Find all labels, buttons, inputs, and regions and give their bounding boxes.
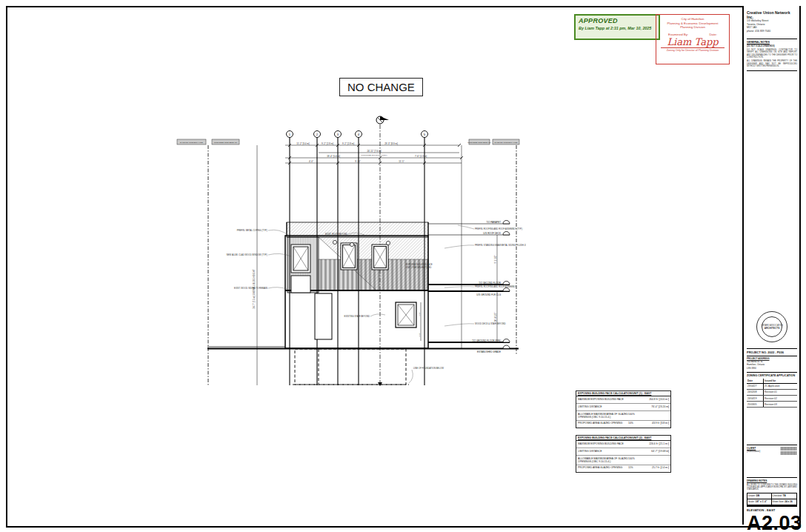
general-notes-heading: GENERAL NOTES xyxy=(747,41,797,44)
dim-text: 9'-2" [2.8 m] xyxy=(322,142,333,145)
property-label: PROPOSED SIDE SETBACK xyxy=(214,142,238,144)
table-row: PROPOSED AREA GLAZED OPENING 11% 25.7 ft… xyxy=(576,465,670,472)
level-label: U/S GROUND FLR CLG xyxy=(476,293,501,296)
dim-text: 11'-5" xyxy=(399,160,404,163)
level-label: ESTABLISHED GRADE xyxy=(477,350,501,353)
city-stamp-line3: Planning Division xyxy=(658,25,727,30)
general-notes: GENERAL NOTES (DO NOT SCALE DRAWINGS) DO… xyxy=(747,37,797,73)
approved-stamp: APPROVED By Liam Tapp at 2:31 pm, Mar 10… xyxy=(574,14,660,40)
table-title: EXPOSING BUILDING FACE CALCULATION/UNIT … xyxy=(576,391,670,396)
dim-text: 4'-0" xyxy=(309,160,313,163)
sheet-id-block: ELEVATION - EAST A2.03 xyxy=(747,504,797,532)
level-label: T/O GROUND FLOOR (FFE) xyxy=(472,339,501,342)
dim-text: 9'-2" [2.8 m] xyxy=(342,142,354,145)
annotation-text: EXIST. ROOF BEYOND xyxy=(325,233,347,236)
approved-stamp-subtitle: By Liam Tapp at 2:31 pm, Mar 10, 2025 xyxy=(579,26,656,30)
table-title: EXPOSING BUILDING FACE CALCULATION/UNIT … xyxy=(576,436,670,441)
seal-text-main: ARCHITECTS xyxy=(765,327,780,330)
east-elevation-drawing: 1 2 3 4 5 EXISTING PROPERTY LINE PROPOS xyxy=(170,107,526,393)
level-label: T/O PARAPET xyxy=(486,221,501,224)
project-address-line: L8S 3W4 xyxy=(747,367,797,370)
annotation-text: PREFIN. METAL COPING (TYP.) xyxy=(237,229,267,232)
annotation-text: EXISTING STAIR BEYOND xyxy=(344,315,370,318)
dim-text: 24'-11" [7.6 m] xyxy=(367,150,381,153)
city-planning-stamp: City of Hamilton Planning & Economic Dev… xyxy=(656,14,730,64)
approved-stamp-title: APPROVED xyxy=(579,17,656,24)
property-label: EXISTING PROPERTY LINE xyxy=(180,142,203,144)
city-stamp-footer: Zoning Only for Director of Planning Div… xyxy=(658,49,727,52)
client-name-redacted xyxy=(781,447,797,455)
annotation-text: EXIST. WOOD SIDING TO REMAIN xyxy=(234,287,267,290)
level-label: U/S ROOF DECK xyxy=(483,232,501,235)
client-block: CLIENT (Homeowner) xyxy=(747,443,797,455)
property-label: PROPOSED SIDE SETBACK xyxy=(467,142,491,144)
revision-table: Date Issued for 23/04/27 ZC Application … xyxy=(747,379,797,408)
firm-info: Creative Union Network Inc. 1/3 Wolseley… xyxy=(747,10,797,33)
table-row: ALLOWABLE MAXIMUM AREA OF GLAZED OPENING… xyxy=(576,411,670,420)
no-change-label: NO CHANGE xyxy=(339,78,423,96)
firm-name: Creative Union Network Inc. xyxy=(747,10,797,19)
table-row: MAXIMUM EXPOSING BUILDING FACE 264.8 ft²… xyxy=(576,396,670,404)
exposing-face-table-unit1: EXPOSING BUILDING FACE CALCULATION/UNIT … xyxy=(576,390,671,428)
annotation-text: PREFIN. ROOFING AND ROOF ASSEMBLY (TYP.) xyxy=(475,227,522,230)
project-info: PROJECT NO. 2022 - P036 PROJECT ADDRESS … xyxy=(747,347,797,408)
drawing-notes-heading: DRAWING NOTES xyxy=(747,479,797,482)
annotation-text: PREFIN. ROOFING AND ROOF ASSEMBLY xyxy=(475,285,516,288)
dim-text: 18'-4" [5.6 m] xyxy=(327,155,340,158)
client-sublabel: (Homeowner) xyxy=(747,450,760,453)
annotation-text: PREFIN. STANDING SEAM METAL SIDING, FLUS… xyxy=(475,244,526,247)
level-label: T/O SECOND FLOOR xyxy=(479,282,502,285)
architect-seal: ONTARIO ASSOCIATION ARCHITECTS xyxy=(747,311,797,342)
annotation-text: UNIT 2 SHOWN HATCHED xyxy=(406,266,431,269)
dim-text: 7'-6" [2.3 m] xyxy=(415,155,427,158)
title-block: Creative Union Network Inc. 1/3 Wolseley… xyxy=(742,6,799,525)
dim-caption: PROPOSED BUILDING WIDTH xyxy=(361,154,387,156)
revision-row: 24/02/08 Revision 01 xyxy=(747,389,797,395)
drawing-notes-text: ALL WORK TO CONFORM TO THE ONTARIO BUILD… xyxy=(747,484,797,491)
window-dim-text: 2'-6" xyxy=(419,312,421,316)
firm-address: 1/3 Wolseley Street Toronto, Ontario M5T… xyxy=(747,19,797,33)
application-title: ZONING CERTIFICATE APPLICATION xyxy=(747,374,797,377)
annotation-text: WOOD DECK & STAIR BEYOND xyxy=(475,322,506,325)
dim-text: 11'-2" [3.4 m] xyxy=(296,142,310,145)
annotation-text: NEW ALUM. CLAD WOOD WINDOW (TYP.) xyxy=(227,253,267,256)
vertical-dim-text: 10'-4 1/2" xyxy=(494,313,497,322)
revision-row: 25/03/05 Revision 03 xyxy=(747,402,797,408)
dim-text: 29'-3" [8.9 m] xyxy=(384,142,398,145)
table-row: LIMITING DISTANCE 76'-0" [23.20 m] xyxy=(576,404,670,411)
dim-text: 9'-10" xyxy=(355,160,361,163)
revision-row: 24/04/19 Revision 02 xyxy=(747,396,797,402)
table-row: MAXIMUM EXPOSING BUILDING FACE 226.6 ft²… xyxy=(576,441,670,448)
exposing-face-table-unit2: EXPOSING BUILDING FACE CALCULATION/UNIT … xyxy=(576,435,671,473)
general-notes-p2: ALL DRAWINGS REMAIN THE PROPERTY OF THE … xyxy=(747,60,797,68)
revision-row: 23/04/27 ZC Application xyxy=(747,383,797,389)
window-dim-text: 3'-0" xyxy=(419,333,421,336)
project-number: PROJECT NO. 2022 - P036 xyxy=(747,350,797,354)
annotation-text: LINE OF FOUNDATION BELOW xyxy=(413,367,444,370)
table-row: LIMITING DISTANCE 64'-7" [19.68 m] xyxy=(576,448,670,456)
sheet-number: A2.03 xyxy=(747,512,797,532)
building-elevation: 2'-6" 3'-0" xyxy=(285,222,428,348)
drawing-sheet-page: APPROVED By Liam Tapp at 2:31 pm, Mar 10… xyxy=(0,0,806,532)
table-row: ALLOWABLE MAXIMUM AREA OF GLAZED OPENING… xyxy=(576,456,670,465)
drawing-notes-block: DRAWING NOTES ALL WORK TO CONFORM TO THE… xyxy=(747,476,797,505)
table-row: PROPOSED AREA GLAZED OPENING 10% 43.9 ft… xyxy=(576,421,670,428)
property-label: EXISTING PROPERTY LINE xyxy=(495,142,518,144)
dimension-lines: 11'-2" [3.4 m] 9'-2" [2.8 m] 9'-2" [2.8 … xyxy=(285,142,463,164)
grade-and-foundation xyxy=(207,347,519,385)
general-notes-p1: DO NOT SCALE DRAWINGS. CONTRACTOR TO VER… xyxy=(747,49,797,59)
general-notes-sub: (DO NOT SCALE DRAWINGS) xyxy=(747,45,797,48)
planner-signature: Liam Tapp xyxy=(661,37,725,48)
vertical-dim-text: 9'-1 1/2" xyxy=(494,256,497,264)
